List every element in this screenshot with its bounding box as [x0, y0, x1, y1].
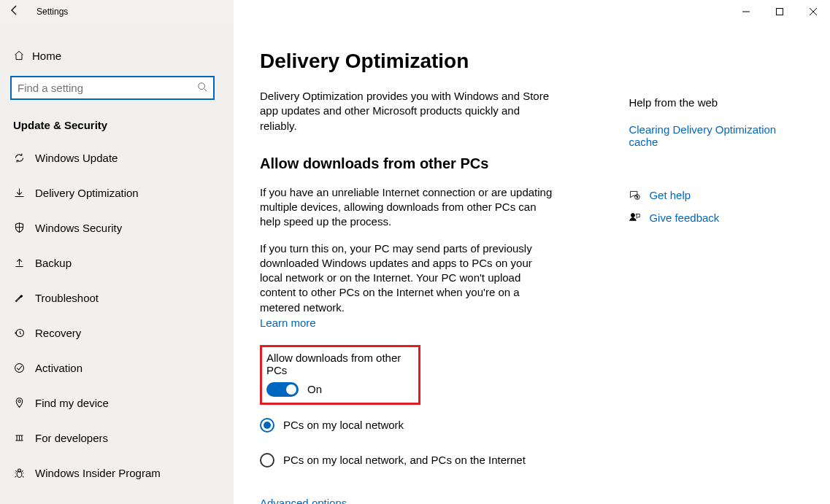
clock-icon: [13, 327, 35, 339]
svg-line-5: [204, 89, 207, 92]
sidebar-item-label: For developers: [35, 432, 108, 444]
sidebar-item-label: Windows Update: [35, 152, 118, 164]
nav-home[interactable]: Home: [0, 41, 234, 70]
nav-home-label: Home: [32, 50, 61, 62]
back-button[interactable]: [0, 4, 29, 19]
sidebar-item-for-developers[interactable]: For developers: [0, 420, 234, 455]
dev-icon: [13, 432, 35, 444]
svg-text:?: ?: [637, 195, 639, 199]
bug-icon: [13, 467, 35, 479]
sidebar-item-delivery-optimization[interactable]: Delivery Optimization: [0, 175, 234, 210]
search-icon: [197, 82, 207, 94]
toggle-knob: [286, 384, 296, 395]
get-help-label: Get help: [649, 189, 691, 201]
location-icon: [13, 397, 35, 409]
sidebar-category: Update & Security: [0, 106, 234, 140]
svg-point-15: [631, 214, 635, 217]
allow-downloads-toggle[interactable]: [266, 382, 299, 397]
sidebar-item-label: Windows Insider Program: [35, 467, 161, 479]
home-icon: [13, 50, 32, 61]
main-panel: Delivery Optimization Delivery Optimizat…: [234, 23, 830, 504]
titlebar: Settings: [0, 0, 830, 23]
shield-icon: [13, 222, 35, 234]
svg-rect-1: [777, 9, 783, 15]
learn-more-link[interactable]: Learn more: [260, 317, 316, 329]
chat-icon: ?: [629, 189, 649, 201]
radio-internet[interactable]: PCs on my local network, and PCs on the …: [260, 453, 556, 468]
maximize-button[interactable]: [763, 0, 796, 23]
window-title: Settings: [36, 7, 68, 17]
svg-point-12: [18, 468, 20, 471]
search-input[interactable]: [10, 76, 215, 100]
sidebar-item-label: Backup: [35, 257, 72, 269]
help-web-link[interactable]: Clearing Delivery Optimization cache: [629, 123, 776, 148]
sidebar-item-activation[interactable]: Activation: [0, 350, 234, 385]
advanced-options-link[interactable]: Advanced options: [260, 497, 556, 504]
page-title: Delivery Optimization: [260, 50, 556, 73]
svg-point-4: [199, 83, 205, 90]
give-feedback-link[interactable]: Give feedback: [629, 212, 804, 224]
radio-label: PCs on my local network, and PCs on the …: [283, 454, 526, 466]
sidebar-item-label: Windows Security: [35, 222, 122, 234]
svg-point-9: [15, 363, 24, 372]
sidebar-item-windows-security[interactable]: Windows Security: [0, 210, 234, 245]
section-para-1: If you have an unreliable Internet conne…: [260, 185, 556, 230]
intro-text: Delivery Optimization provides you with …: [260, 89, 556, 133]
check-icon: [13, 362, 35, 374]
sync-icon: [13, 152, 35, 164]
sidebar-item-label: Troubleshoot: [35, 292, 99, 304]
wrench-icon: [13, 292, 35, 304]
close-button[interactable]: [796, 0, 830, 23]
svg-point-10: [18, 400, 20, 402]
highlight-box: Allow downloads from other PCs On: [260, 345, 420, 405]
radio-button[interactable]: [260, 418, 274, 433]
radio-label: PCs on my local network: [283, 419, 404, 431]
section-title: Allow downloads from other PCs: [260, 155, 556, 172]
sidebar-item-label: Find my device: [35, 397, 109, 409]
sidebar-item-label: Delivery Optimization: [35, 187, 139, 199]
search-field[interactable]: [18, 82, 197, 94]
toggle-title: Allow downloads from other PCs: [266, 352, 414, 376]
upload-icon: [13, 257, 35, 269]
get-help-link[interactable]: ? Get help: [629, 189, 804, 201]
sidebar-item-label: Activation: [35, 362, 82, 374]
sidebar-item-backup[interactable]: Backup: [0, 245, 234, 280]
feedback-icon: [629, 212, 649, 224]
help-from-web-title: Help from the web: [629, 96, 804, 109]
give-feedback-label: Give feedback: [649, 212, 719, 224]
sidebar-item-insider[interactable]: Windows Insider Program: [0, 455, 234, 490]
section-para-2: If you turn this on, your PC may send pa…: [260, 241, 556, 315]
download-icon: [13, 187, 35, 199]
sidebar-item-find-my-device[interactable]: Find my device: [0, 385, 234, 420]
sidebar: Home Update & Security Windows Update: [0, 23, 234, 504]
radio-button[interactable]: [260, 453, 274, 468]
minimize-button[interactable]: [729, 0, 763, 23]
radio-local-network[interactable]: PCs on my local network: [260, 418, 556, 433]
toggle-state-label: On: [307, 383, 322, 395]
sidebar-item-troubleshoot[interactable]: Troubleshoot: [0, 280, 234, 315]
sidebar-item-recovery[interactable]: Recovery: [0, 315, 234, 350]
sidebar-item-label: Recovery: [35, 327, 81, 339]
sidebar-item-windows-update[interactable]: Windows Update: [0, 140, 234, 175]
